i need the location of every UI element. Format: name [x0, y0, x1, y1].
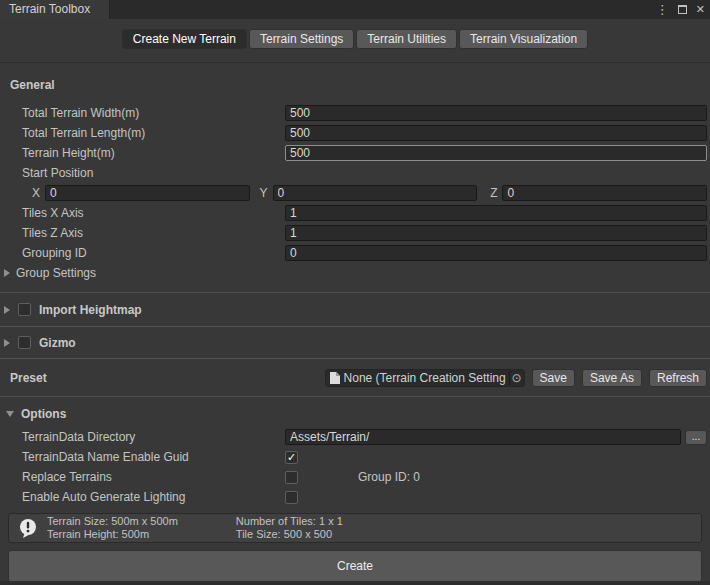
window-tab-strip: Terrain Toolbox ⋮ ✕	[0, 0, 710, 19]
guid-row: TerrainData Name Enable Guid ✓	[0, 447, 710, 467]
maximize-icon[interactable]	[678, 5, 687, 14]
tiles-x-input[interactable]	[285, 205, 707, 221]
start-position-label: Start Position	[22, 166, 285, 180]
group-id-text: Group ID: 0	[358, 470, 420, 484]
start-position-xyz-row: X Y Z	[0, 183, 710, 203]
start-position-row: Start Position	[0, 163, 710, 183]
tab-terrain-settings[interactable]: Terrain Settings	[249, 29, 354, 49]
window-title: Terrain Toolbox	[9, 2, 90, 16]
terrain-info-helpbox: Terrain Size: 500m x 500m Terrain Height…	[8, 513, 702, 543]
info-bubble-icon	[18, 518, 38, 538]
terrain-height-input[interactable]	[285, 145, 707, 161]
options-rows: TerrainData Directory ... TerrainData Na…	[0, 427, 710, 507]
options-header: Options	[21, 407, 66, 421]
close-icon[interactable]: ✕	[696, 3, 705, 16]
import-heightmap-checkbox[interactable]	[18, 303, 31, 316]
general-section-header: General	[10, 78, 710, 92]
preset-save-button[interactable]: Save	[532, 369, 575, 387]
terrain-toolbox-window: Terrain Toolbox ⋮ ✕ Create New Terrain T…	[0, 0, 710, 585]
axis-x-label: X	[32, 186, 40, 200]
start-position-x-input[interactable]	[45, 185, 250, 201]
auto-lighting-label: Enable Auto Generate Lighting	[22, 490, 285, 504]
foldout-arrow-icon	[4, 339, 10, 347]
checkmark-icon: ✓	[287, 452, 296, 463]
terrain-length-input[interactable]	[285, 125, 707, 141]
auto-lighting-row: Enable Auto Generate Lighting	[0, 487, 710, 507]
replace-terrains-row: Replace Terrains Group ID: 0	[0, 467, 710, 487]
asset-file-icon	[330, 372, 340, 384]
terrain-size-info: Terrain Size: 500m x 500m Terrain Height…	[47, 515, 178, 541]
grouping-id-input[interactable]	[285, 245, 707, 261]
guid-checkbox-checked[interactable]: ✓	[285, 451, 298, 464]
general-rows: Total Terrain Width(m) Total Terrain Len…	[0, 103, 710, 283]
axis-z-label: Z	[490, 186, 497, 200]
window-tab-terrain-toolbox[interactable]: Terrain Toolbox	[0, 0, 110, 19]
foldout-arrow-icon	[4, 269, 10, 277]
auto-lighting-checkbox[interactable]	[285, 491, 298, 504]
number-of-tiles-line: Number of Tiles: 1 x 1	[236, 515, 343, 528]
axis-y-label: Y	[260, 186, 268, 200]
replace-terrains-checkbox[interactable]	[285, 471, 298, 484]
replace-terrains-label: Replace Terrains	[22, 470, 285, 484]
import-heightmap-label: Import Heightmap	[39, 303, 142, 317]
terraindata-directory-row: TerrainData Directory ...	[0, 427, 710, 447]
terrain-width-input[interactable]	[285, 105, 707, 121]
terrain-height-line: Terrain Height: 500m	[47, 528, 178, 541]
section-divider	[0, 396, 710, 397]
terraindata-directory-label: TerrainData Directory	[22, 430, 285, 444]
create-button[interactable]: Create	[8, 550, 702, 582]
toolbox-tab-bar: Create New Terrain Terrain Settings Terr…	[0, 19, 710, 62]
tab-create-new-terrain[interactable]: Create New Terrain	[122, 29, 247, 49]
preset-label: Preset	[10, 371, 47, 385]
foldout-open-arrow-icon	[6, 411, 14, 417]
tile-size-line: Tile Size: 500 x 500	[236, 528, 343, 541]
tab-terrain-visualization[interactable]: Terrain Visualization	[459, 29, 588, 49]
tiles-z-label: Tiles Z Axis	[22, 226, 285, 240]
guid-label: TerrainData Name Enable Guid	[22, 450, 285, 464]
preset-save-as-button[interactable]: Save As	[582, 369, 642, 387]
preset-object-value: None (Terrain Creation Setting	[344, 371, 507, 385]
terrain-width-label: Total Terrain Width(m)	[22, 106, 285, 120]
terrain-length-row: Total Terrain Length(m)	[0, 123, 710, 143]
grouping-id-label: Grouping ID	[22, 246, 285, 260]
tiles-x-label: Tiles X Axis	[22, 206, 285, 220]
group-settings-foldout[interactable]: Group Settings	[0, 263, 710, 283]
object-picker-icon[interactable]: ⊙	[509, 371, 522, 385]
foldout-arrow-icon	[4, 306, 10, 314]
window-menu-icon[interactable]: ⋮	[656, 3, 669, 16]
import-heightmap-section[interactable]: Import Heightmap	[0, 293, 710, 326]
preset-row: Preset None (Terrain Creation Setting ⊙ …	[0, 359, 710, 396]
preset-object-field[interactable]: None (Terrain Creation Setting ⊙	[325, 369, 525, 387]
terrain-size-line: Terrain Size: 500m x 500m	[47, 515, 178, 528]
options-foldout[interactable]: Options	[6, 407, 710, 421]
tiles-z-input[interactable]	[285, 225, 707, 241]
grouping-id-row: Grouping ID	[0, 243, 710, 263]
tiles-x-row: Tiles X Axis	[0, 203, 710, 223]
preset-refresh-button[interactable]: Refresh	[649, 369, 707, 387]
gizmo-label: Gizmo	[39, 336, 76, 350]
window-controls: ⋮ ✕	[656, 0, 705, 19]
group-settings-label: Group Settings	[16, 266, 96, 280]
tiles-z-row: Tiles Z Axis	[0, 223, 710, 243]
browse-directory-button[interactable]: ...	[685, 430, 707, 445]
start-position-y-input[interactable]	[273, 185, 478, 201]
terrain-length-label: Total Terrain Length(m)	[22, 126, 285, 140]
terrain-width-row: Total Terrain Width(m)	[0, 103, 710, 123]
tab-terrain-utilities[interactable]: Terrain Utilities	[356, 29, 457, 49]
toolbar-divider	[0, 62, 710, 63]
terrain-height-label: Terrain Height(m)	[22, 146, 285, 160]
start-position-z-input[interactable]	[502, 185, 707, 201]
terraindata-directory-input[interactable]	[285, 429, 681, 445]
gizmo-checkbox[interactable]	[18, 336, 31, 349]
terrain-height-row: Terrain Height(m)	[0, 143, 710, 163]
tile-info: Number of Tiles: 1 x 1 Tile Size: 500 x …	[236, 515, 343, 541]
gizmo-section[interactable]: Gizmo	[0, 327, 710, 358]
